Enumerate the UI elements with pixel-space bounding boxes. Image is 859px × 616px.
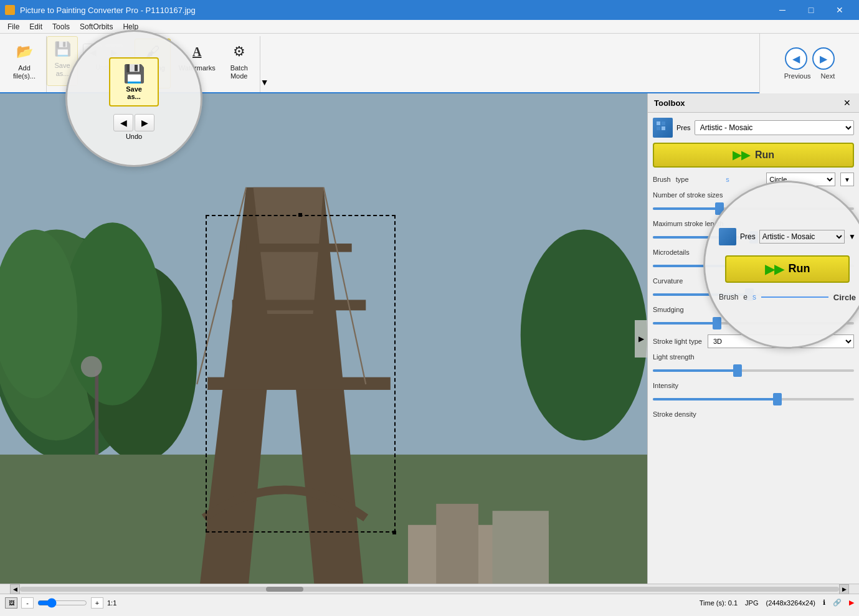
more-options-button[interactable]: ▼ (260, 77, 269, 87)
smudging-thumb[interactable] (713, 317, 721, 329)
preset-icon-svg (655, 120, 670, 135)
light-strength-track (653, 369, 854, 372)
nav-buttons: ◀ ▶ (785, 47, 835, 70)
info-icon[interactable]: ℹ (823, 599, 825, 607)
run-button[interactable]: ▶▶ Run (653, 143, 854, 168)
previous-label: Previous (784, 72, 811, 80)
toolbox-header: Toolbox ✕ (648, 93, 859, 113)
scroll-right-button[interactable]: ▶ (635, 320, 647, 358)
intensity-slider-container (653, 393, 854, 405)
undo-group: ◀ ▶ Undo (113, 114, 154, 140)
circle-run-icon: ▶▶ (765, 262, 784, 277)
circle-run-button[interactable]: ▶▶ Run (725, 255, 850, 283)
intensity-fill (653, 398, 777, 400)
canvas-image-svg (0, 93, 647, 584)
circle-dropdown-arrow: ▼ (848, 232, 856, 241)
title-bar: Picture to Painting Converter Pro - P111… (0, 0, 859, 20)
main-content: ▶ Toolbox ✕ Pres Artistic - M (0, 93, 859, 584)
undo-label: Undo (126, 133, 142, 140)
toolbox-content: Pres Artistic - MosaicWatercolorOil Pain… (648, 113, 859, 584)
scroll-thumb[interactable] (266, 587, 303, 592)
light-strength-fill (653, 369, 738, 372)
batch-mode-label: BatchMode (230, 64, 248, 80)
preset-icon (653, 118, 673, 138)
zoom-slider[interactable] (37, 599, 87, 607)
circle-stroke-hint: s (752, 293, 756, 301)
scroll-right-btn[interactable]: ▶ (839, 584, 849, 594)
status-preview-icon: 🖼 (5, 597, 17, 609)
circle-preset-select[interactable]: Artistic - Mosaic (759, 230, 845, 244)
svg-point-17 (81, 356, 102, 377)
svg-rect-16 (95, 370, 98, 455)
zoom-out-button[interactable]: - (21, 597, 34, 609)
time-label: Time (s): 0.1 (700, 599, 738, 607)
horizontal-scrollbar: ◀ ▶ (0, 584, 859, 594)
intensity-thumb[interactable] (773, 393, 782, 405)
menu-file[interactable]: File (2, 20, 24, 34)
smudging-fill (653, 322, 717, 325)
stroke-type-hint: s (694, 176, 762, 183)
circle-brush-label: Brush (719, 293, 738, 301)
svg-rect-14 (436, 504, 478, 584)
intensity-section: Intensity (653, 382, 854, 405)
forward-button[interactable]: ▶ (135, 114, 154, 131)
save-as-label: Saveas... (55, 62, 70, 78)
menu-edit[interactable]: Edit (24, 20, 47, 34)
run-label: Run (755, 149, 774, 161)
preset-select[interactable]: Artistic - MosaicWatercolorOil PaintingP… (695, 120, 854, 135)
status-left: 🖼 - + 1:1 (5, 597, 116, 609)
title-bar-controls: ─ □ ✕ (768, 0, 854, 20)
next-label: Next (821, 72, 835, 80)
previous-button[interactable]: ◀ (785, 47, 807, 70)
scroll-left-button[interactable]: ◀ (10, 584, 20, 594)
circle-stroke-type-area: Brush e s Circle (719, 293, 856, 302)
toolbox-title: Toolbox (654, 98, 685, 108)
batch-mode-button[interactable]: ⚙ BatchMode (224, 39, 255, 88)
canvas-area[interactable]: ▶ (0, 93, 647, 584)
save-icon-large: 💾 (123, 64, 145, 84)
stroke-light-type-label: Stroke light type (653, 338, 703, 345)
light-strength-label: Light strength (653, 353, 854, 361)
svg-rect-19 (662, 121, 665, 125)
status-bar: 🖼 - + 1:1 Time (s): 0.1 JPG (2448x3264x2… (0, 594, 859, 611)
ribbon-zoom-circle: 💾 Saveas... ◀ ▶ Undo (65, 30, 202, 167)
light-strength-slider-container (653, 364, 854, 377)
scroll-track (20, 587, 839, 592)
nav-labels: Previous Next (784, 72, 835, 80)
svg-point-6 (521, 229, 647, 440)
close-button[interactable]: ✕ (825, 0, 854, 20)
next-button[interactable]: ▶ (812, 47, 835, 70)
circle-pres-label: Pres (740, 232, 756, 241)
brush-row: Brush type s CircleSquareOval ▼ (653, 173, 854, 186)
svg-point-4 (64, 222, 162, 405)
zoom-level-label: 1:1 (107, 599, 116, 607)
share-icon[interactable]: 🔗 (833, 599, 842, 607)
circle-stroke-value: Circle (833, 293, 856, 302)
light-strength-thumb[interactable] (733, 364, 742, 377)
add-files-button[interactable]: 📂 Addfile(s)... (7, 39, 41, 88)
selection-handle-top-center[interactable] (298, 213, 302, 217)
run-arrow-icon: ▶▶ (733, 148, 750, 162)
status-preview-inner: 🖼 (9, 600, 14, 606)
save-as-button-large[interactable]: 💾 Saveas... (109, 57, 159, 107)
intensity-label: Intensity (653, 382, 854, 389)
menu-softorbits[interactable]: SoftOrbits (75, 20, 118, 34)
svg-rect-21 (662, 126, 665, 130)
back-button[interactable]: ◀ (113, 114, 133, 131)
circle-preset-icon (719, 228, 736, 245)
menu-tools[interactable]: Tools (47, 20, 75, 34)
selection-handle-bottom-right[interactable] (392, 531, 396, 534)
preset-label: Pres (676, 124, 691, 131)
brush-expand-button[interactable]: ▼ (840, 173, 854, 186)
toolbox-panel: Toolbox ✕ Pres Artistic - MosaicWatercol… (647, 93, 859, 584)
toolbox-close-button[interactable]: ✕ (842, 97, 853, 108)
svg-rect-15 (493, 511, 549, 584)
circle-stroke-e-label: e (743, 293, 747, 301)
social-icon[interactable]: ▶ (849, 599, 854, 607)
add-files-icon: 📂 (14, 42, 34, 62)
title-bar-left: Picture to Painting Converter Pro - P111… (5, 5, 196, 15)
minimize-button[interactable]: ─ (768, 0, 797, 20)
zoom-in-button[interactable]: + (91, 597, 103, 609)
title-bar-title: Picture to Painting Converter Pro - P111… (20, 6, 196, 15)
maximize-button[interactable]: □ (797, 0, 825, 20)
